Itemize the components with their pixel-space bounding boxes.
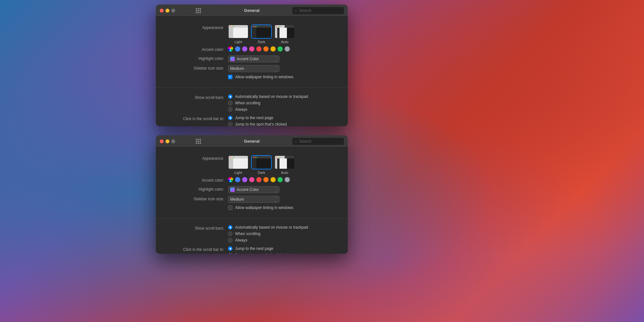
click-next-page-radio-bottom[interactable]: [228, 246, 232, 251]
wallpaper-label-top: [164, 75, 228, 75]
appearance-dark-bottom[interactable]: Dark: [251, 155, 272, 175]
click-spot-label-bottom: Jump to the spot that's clicked: [235, 253, 287, 254]
grid-icon-bottom[interactable]: [196, 139, 201, 144]
accent-green-top[interactable]: [278, 46, 283, 52]
search-placeholder-top: Search: [299, 8, 311, 13]
accent-graphite-bottom[interactable]: [285, 177, 290, 182]
accent-orange-bottom[interactable]: [263, 177, 269, 182]
forward-button-top[interactable]: ›: [186, 8, 192, 14]
appearance-controls-top: Light: [228, 24, 340, 44]
back-button-top[interactable]: ‹: [179, 8, 185, 14]
search-icon-bottom: ⌕: [295, 139, 297, 143]
scroll-scrolling-row-bottom: When scrolling: [228, 232, 308, 236]
appearance-light-top[interactable]: Light: [228, 24, 249, 44]
minimize-button-top[interactable]: [166, 9, 169, 13]
window-top: ‹ › General ⌕ Search Appearance:: [156, 5, 348, 126]
sidebar-icon-dropdown-top[interactable]: Medium ⌃⌄: [228, 65, 279, 72]
scroll-auto-row-bottom: Automatically based on mouse or trackpad: [228, 225, 308, 230]
click-scroll-radio-group-top: Jump to the next page Jump to the spot t…: [228, 116, 287, 126]
click-spot-radio-top[interactable]: [228, 122, 232, 126]
accent-color-label-bottom: Accent color:: [164, 177, 228, 183]
appearance-light-label-top: Light: [234, 40, 242, 44]
highlight-color-dropdown-bottom[interactable]: Accent Color ⌃⌄: [228, 186, 279, 193]
highlight-dropdown-arrow-bottom: ⌃⌄: [275, 186, 277, 193]
highlight-color-dropdown-top[interactable]: Accent Color ⌃⌄: [228, 55, 279, 62]
content-top: Appearance:: [156, 17, 348, 126]
scroll-bars-label-bottom: Show scroll bars:: [164, 225, 228, 231]
accent-multicolor-top[interactable]: [228, 46, 233, 52]
accent-purple-bottom[interactable]: [242, 177, 247, 182]
appearance-auto-bottom[interactable]: Auto: [274, 155, 295, 175]
click-spot-radio-bottom[interactable]: [228, 253, 232, 254]
accent-purple-top[interactable]: [242, 46, 247, 52]
wallpaper-checkbox-top[interactable]: [228, 75, 232, 79]
sidebar-icon-label-top: Sidebar icon size:: [164, 65, 228, 71]
titlebar-top: ‹ › General ⌕ Search: [156, 5, 348, 17]
accent-colors-top: [228, 46, 290, 52]
click-spot-row-bottom: Jump to the spot that's clicked: [228, 253, 287, 254]
sidebar-icon-controls-bottom: Medium ⌃⌄: [228, 196, 340, 203]
accent-pink-bottom[interactable]: [249, 177, 254, 182]
accent-blue-top[interactable]: [235, 46, 240, 52]
titlebar-bottom: ‹ › General ⌕ Search: [156, 135, 348, 147]
sidebar-icon-row-bottom: Sidebar icon size: Medium ⌃⌄: [156, 194, 348, 204]
grid-icon-top[interactable]: [196, 8, 201, 13]
appearance-dark-top[interactable]: Dark: [251, 24, 272, 44]
appearance-options-bottom: Light: [228, 155, 295, 175]
nav-buttons-top: ‹ ›: [179, 8, 192, 14]
appearance-thumb-light-top: [228, 24, 249, 39]
wallpaper-row-top: Allow wallpaper tinting in windows: [156, 73, 348, 82]
highlight-color-row-top: Highlight color: Accent Color ⌃⌄: [156, 54, 348, 64]
back-button-bottom[interactable]: ‹: [179, 138, 185, 144]
accent-blue-bottom[interactable]: [235, 177, 240, 182]
scroll-auto-radio-bottom[interactable]: [228, 225, 232, 230]
sidebar-icon-dropdown-bottom[interactable]: Medium ⌃⌄: [228, 196, 279, 203]
accent-graphite-top[interactable]: [285, 46, 290, 52]
wallpaper-checkbox-bottom[interactable]: [228, 205, 232, 210]
accent-color-controls-top: [228, 46, 340, 52]
accent-yellow-top[interactable]: [270, 46, 276, 52]
sidebar-dropdown-text-bottom: Medium: [230, 197, 273, 202]
scroll-always-radio-bottom[interactable]: [228, 238, 232, 242]
search-bar-bottom[interactable]: ⌕ Search: [292, 138, 344, 145]
accent-color-label-top: Accent color:: [164, 46, 228, 52]
wallpaper-checkbox-label-bottom: Allow wallpaper tinting in windows: [235, 205, 293, 210]
accent-pink-top[interactable]: [249, 46, 254, 52]
highlight-color-controls-top: Accent Color ⌃⌄: [228, 55, 340, 62]
scroll-always-radio-top[interactable]: [228, 107, 232, 112]
accent-green-bottom[interactable]: [278, 177, 283, 182]
click-spot-label-top: Jump to the spot that's clicked: [235, 122, 287, 126]
click-next-page-radio-top[interactable]: [228, 116, 232, 120]
highlight-dropdown-text-bottom: Accent Color: [237, 187, 273, 192]
appearance-controls-bottom: Light: [228, 155, 340, 175]
accent-color-controls-bottom: [228, 177, 340, 182]
appearance-thumb-dark-bottom: [251, 155, 272, 169]
accent-multicolor-bottom[interactable]: [228, 177, 233, 182]
close-button-bottom[interactable]: [160, 139, 164, 143]
search-bar-top[interactable]: ⌕ Search: [292, 7, 344, 14]
highlight-color-label-bottom: Highlight color:: [164, 186, 228, 192]
appearance-light-bottom[interactable]: Light: [228, 155, 249, 175]
appearance-dark-label-bottom: Dark: [258, 171, 265, 175]
scroll-scrolling-radio-bottom[interactable]: [228, 232, 232, 236]
forward-button-bottom[interactable]: ›: [186, 138, 192, 144]
close-button-top[interactable]: [160, 9, 164, 13]
accent-yellow-bottom[interactable]: [270, 177, 276, 182]
click-scroll-controls-bottom: Jump to the next page Jump to the spot t…: [228, 246, 340, 254]
wallpaper-controls-top: Allow wallpaper tinting in windows: [228, 75, 340, 79]
appearance-thumb-auto-top: [274, 24, 295, 39]
nav-buttons-bottom: ‹ ›: [179, 138, 192, 144]
fullscreen-button-bottom: [171, 139, 175, 143]
window-title-top: General: [244, 8, 260, 13]
appearance-auto-top[interactable]: Auto: [274, 24, 295, 44]
accent-red-bottom[interactable]: [256, 177, 261, 182]
scroll-bars-radio-group-top: Automatically based on mouse or trackpad…: [228, 94, 308, 112]
scroll-scrolling-radio-top[interactable]: [228, 101, 232, 105]
appearance-light-label-bottom: Light: [234, 171, 242, 175]
appearance-options-top: Light: [228, 24, 295, 44]
scroll-auto-radio-top[interactable]: [228, 94, 232, 99]
click-scroll-row-top: Click in the scroll bar to: Jump to the …: [156, 114, 348, 126]
accent-orange-top[interactable]: [263, 46, 269, 52]
accent-red-top[interactable]: [256, 46, 261, 52]
minimize-button-bottom[interactable]: [166, 139, 169, 143]
